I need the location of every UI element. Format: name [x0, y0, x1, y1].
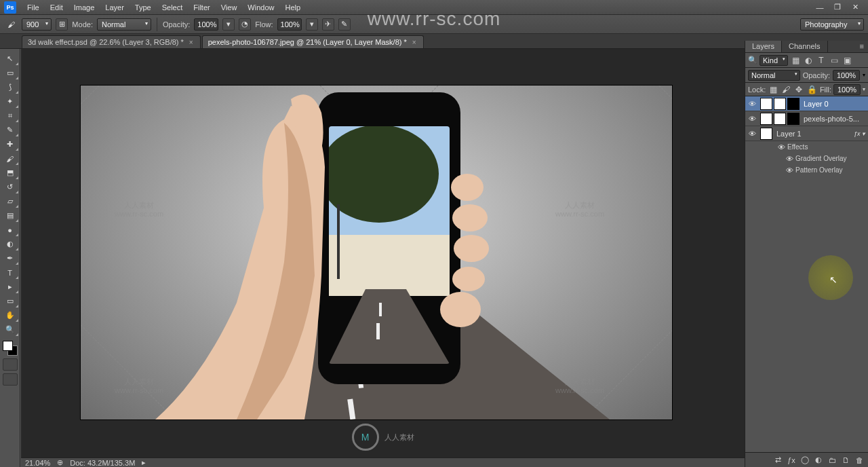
fx-badge[interactable]: ƒx ▾: [851, 130, 868, 137]
layer-row[interactable]: 👁Layer 0: [745, 96, 868, 111]
layer-name[interactable]: Layer 1: [774, 130, 851, 138]
effects-header[interactable]: 👁 Effects: [745, 141, 868, 153]
menu-image[interactable]: Image: [68, 3, 100, 12]
blend-mode-select[interactable]: Normal: [97, 18, 151, 31]
visibility-eye-icon[interactable]: 👁: [775, 143, 787, 151]
move-tool[interactable]: ↖: [1, 52, 19, 66]
delete-layer-icon[interactable]: 🗑: [854, 456, 864, 464]
healing-brush-tool[interactable]: ✚: [1, 137, 19, 151]
toggle-brush-panel-icon[interactable]: ⊞: [56, 18, 68, 31]
visibility-eye-icon[interactable]: 👁: [745, 115, 759, 123]
menu-view[interactable]: View: [216, 3, 243, 12]
visibility-eye-icon[interactable]: 👁: [783, 155, 795, 163]
visibility-eye-icon[interactable]: 👁: [783, 166, 795, 174]
canvas-area[interactable]: 人人素材www.rr-sc.com 人人素材www.rr-sc.com 人人素材…: [21, 49, 745, 457]
type-tool[interactable]: T: [1, 265, 19, 280]
dodge-tool[interactable]: ◐: [1, 237, 19, 251]
menu-filter[interactable]: Filter: [188, 3, 215, 12]
filter-shape-icon[interactable]: ▭: [829, 55, 840, 66]
history-brush-tool[interactable]: ↺: [1, 180, 19, 194]
flow-dropdown-icon[interactable]: ▾: [306, 18, 318, 31]
filter-adjust-icon[interactable]: ◐: [803, 55, 814, 66]
menu-help[interactable]: Help: [279, 3, 306, 12]
zoom-tool[interactable]: 🔍: [1, 322, 19, 337]
new-group-icon[interactable]: 🗀: [827, 456, 837, 464]
filter-type-icon[interactable]: T: [816, 55, 827, 66]
lock-transparency-icon[interactable]: ▦: [768, 84, 778, 95]
lock-position-icon[interactable]: ✥: [793, 84, 804, 95]
opacity-dd-icon[interactable]: ▾: [863, 72, 865, 78]
hand-tool[interactable]: ✋: [1, 308, 19, 322]
menu-window[interactable]: Window: [242, 3, 279, 12]
pressure-size-icon[interactable]: ✎: [338, 18, 351, 31]
menu-file[interactable]: File: [22, 3, 45, 12]
menu-edit[interactable]: Edit: [45, 3, 68, 12]
zoom-dd-icon[interactable]: ⊕: [57, 458, 63, 467]
pressure-opacity-icon[interactable]: ◔: [239, 18, 251, 31]
tab-close-icon[interactable]: ×: [411, 39, 418, 46]
link-layers-icon[interactable]: ⇄: [773, 455, 783, 464]
layer-name[interactable]: Layer 0: [801, 100, 868, 108]
blur-tool[interactable]: ●: [1, 223, 19, 237]
layer-name[interactable]: pexels-photo-5...: [801, 115, 868, 123]
layer-thumbnail[interactable]: [760, 113, 772, 125]
zoom-readout[interactable]: 21.04%: [25, 459, 50, 467]
layer-row[interactable]: 👁pexels-photo-5...: [745, 111, 868, 126]
eraser-tool[interactable]: ▱: [1, 194, 19, 208]
flow-input[interactable]: 100%: [277, 18, 302, 31]
layer-effect-item[interactable]: 👁 Gradient Overlay: [745, 153, 868, 164]
layer-blend-mode-select[interactable]: Normal: [748, 70, 800, 81]
brush-tool[interactable]: 🖌: [1, 151, 19, 166]
quick-mask-icon[interactable]: [3, 358, 18, 371]
crop-tool[interactable]: ⌗: [1, 109, 19, 123]
lock-all-icon[interactable]: 🔒: [806, 84, 817, 95]
document-tab[interactable]: pexels-photo-106787.jpeg @ 21% (Layer 0,…: [202, 35, 424, 48]
layer-effect-item[interactable]: 👁 Pattern Overlay: [745, 164, 868, 176]
adjustment-layer-icon[interactable]: ◐: [814, 455, 823, 464]
layer-opacity-input[interactable]: 100%: [833, 70, 860, 81]
opacity-input[interactable]: 100%: [194, 18, 218, 31]
layers-list[interactable]: 👁Layer 0👁pexels-photo-5...👁Layer 1ƒx ▾👁 …: [745, 96, 868, 452]
filter-pixel-icon[interactable]: ▦: [790, 55, 801, 66]
layer-thumbnail[interactable]: [774, 98, 786, 110]
tab-close-icon[interactable]: ×: [188, 39, 195, 46]
color-swatches[interactable]: [3, 341, 18, 356]
lock-pixels-icon[interactable]: 🖌: [781, 84, 791, 95]
panel-tab-channels[interactable]: Channels: [782, 41, 827, 52]
filter-kind-select[interactable]: Kind: [760, 55, 788, 66]
path-selection-tool[interactable]: ▸: [1, 280, 19, 294]
opacity-dropdown-icon[interactable]: ▾: [222, 18, 235, 31]
layer-thumbnail[interactable]: [787, 98, 800, 110]
new-layer-icon[interactable]: 🗋: [841, 456, 850, 464]
gradient-tool[interactable]: ▤: [1, 208, 19, 223]
document-canvas[interactable]: 人人素材www.rr-sc.com 人人素材www.rr-sc.com 人人素材…: [81, 86, 672, 419]
panel-tab-layers[interactable]: Layers: [745, 41, 782, 52]
menu-layer[interactable]: Layer: [100, 3, 130, 12]
workspace-switcher[interactable]: Photography: [800, 18, 864, 31]
menu-type[interactable]: Type: [130, 3, 157, 12]
marquee-tool[interactable]: ▭: [1, 66, 19, 80]
minimize-button[interactable]: —: [811, 1, 829, 14]
panel-menu-icon[interactable]: ≡: [856, 41, 868, 52]
pen-tool[interactable]: ✒: [1, 251, 19, 265]
clone-stamp-tool[interactable]: ⬒: [1, 166, 19, 180]
visibility-eye-icon[interactable]: 👁: [745, 100, 759, 108]
magic-wand-tool[interactable]: ✦: [1, 94, 19, 109]
eyedropper-tool[interactable]: ✎: [1, 123, 19, 137]
layer-mask-icon[interactable]: ◯: [800, 455, 810, 464]
layer-thumbnail[interactable]: [760, 98, 772, 110]
layer-thumbnail[interactable]: [760, 128, 772, 140]
status-arrow-icon[interactable]: ▸: [142, 458, 146, 467]
layer-thumbnail[interactable]: [774, 113, 786, 125]
visibility-eye-icon[interactable]: 👁: [745, 130, 759, 138]
layer-fill-input[interactable]: 100%: [833, 84, 861, 95]
filter-smart-icon[interactable]: ▣: [842, 55, 852, 66]
foreground-color[interactable]: [3, 341, 13, 351]
screen-mode-icon[interactable]: [3, 373, 18, 386]
fill-dd-icon[interactable]: ▾: [863, 86, 865, 92]
close-button[interactable]: ✕: [846, 1, 864, 14]
menu-select[interactable]: Select: [157, 3, 189, 12]
lasso-tool[interactable]: ⟆: [1, 80, 19, 94]
layer-row[interactable]: 👁Layer 1ƒx ▾: [745, 126, 868, 141]
layer-thumbnail[interactable]: [787, 113, 800, 125]
